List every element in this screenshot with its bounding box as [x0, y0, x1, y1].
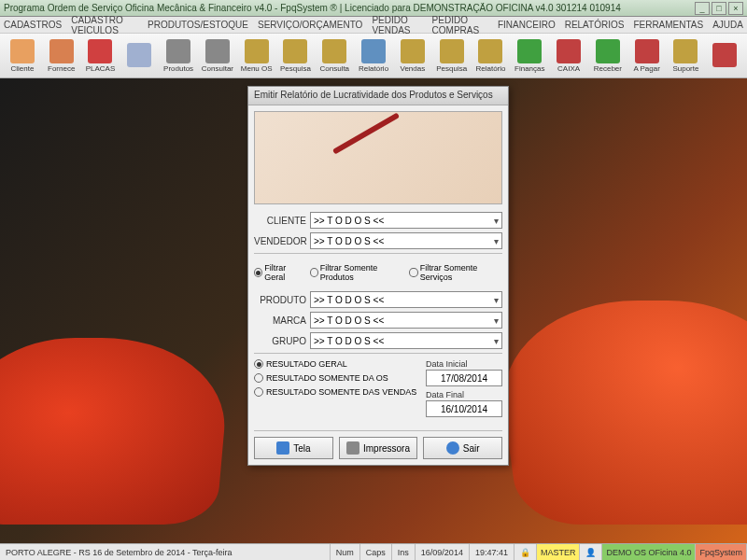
menu-pedido-vendas[interactable]: PEDIDO VENDAS	[372, 15, 422, 35]
toolbar-btn-Relatório[interactable]: Relatório	[355, 35, 392, 77]
label-data-final: Data Final	[426, 390, 502, 399]
toolbar-icon	[478, 39, 502, 63]
menu-servico-orcamento[interactable]: SERVIÇO/ORÇAMENTO	[258, 20, 362, 30]
toolbar-btn-Pesquisa[interactable]: Pesquisa	[277, 35, 315, 77]
report-dialog: Emitir Relatório de Lucratividade dos Pr…	[247, 86, 509, 466]
toolbar-icon	[712, 43, 737, 67]
toolbar-label: Produtos	[163, 64, 193, 73]
toolbar-btn-Vendas[interactable]: Vendas	[394, 35, 431, 77]
toolbar-icon	[401, 39, 425, 63]
toolbar-btn-PLACAS[interactable]: PLACAS	[82, 35, 120, 77]
toolbar-btn-Consulta[interactable]: Consulta	[316, 35, 353, 77]
dialog-header-image	[254, 111, 502, 204]
radio-resultado-geral[interactable]: RESULTADO GERAL	[254, 359, 418, 369]
toolbar-label: Pesquisa	[436, 64, 467, 73]
select-produto[interactable]: >> T O D O S <<	[310, 291, 502, 308]
window-title: Programa Ordem de Serviço Oficina Mecâni…	[4, 3, 695, 13]
toolbar-btn-Suporte[interactable]: Suporte	[668, 35, 705, 77]
toolbar-label: A Pagar	[633, 64, 659, 73]
select-cliente[interactable]: >> T O D O S <<	[310, 212, 502, 229]
status-demo: DEMO OS OFicina 4.0	[602, 544, 696, 560]
status-lock-icon: 🔒	[514, 544, 537, 560]
toolbar-btn-Consultar[interactable]: Consultar	[199, 35, 236, 77]
toolbar-label: Fornece	[48, 64, 75, 73]
button-tela[interactable]: Tela	[254, 437, 333, 459]
toolbar-btn-18[interactable]	[706, 35, 743, 77]
toolbar-label: Relatório	[359, 64, 388, 73]
select-vendedor[interactable]: >> T O D O S <<	[310, 232, 502, 249]
label-marca: MARCA	[254, 315, 310, 326]
dialog-title: Emitir Relatório de Lucratividade dos Pr…	[248, 87, 508, 105]
button-impressora[interactable]: Impressora	[339, 437, 418, 459]
toolbar-label: Cliente	[10, 64, 34, 73]
menu-ferramentas[interactable]: FERRAMENTAS	[633, 20, 703, 30]
statusbar: PORTO ALEGRE - RS 16 de Setembro de 2014…	[0, 543, 747, 560]
toolbar-label: Pesquisa	[280, 64, 311, 73]
radio-resultado-vendas[interactable]: RESULTADO SOMENTE DAS VENDAS	[254, 387, 418, 397]
exit-icon	[446, 441, 459, 455]
radio-filtrar-servicos[interactable]: Filtrar Somente Serviços	[409, 263, 502, 282]
toolbar-btn-Menu OS[interactable]: Menu OS	[238, 35, 275, 77]
toolbar-btn-Pesquisa[interactable]: Pesquisa	[433, 35, 471, 77]
toolbar-icon	[440, 39, 464, 63]
menu-produtos-estoque[interactable]: PRODUTOS/ESTOQUE	[148, 20, 248, 30]
background-car-left	[0, 338, 233, 525]
toolbar-icon	[205, 39, 230, 63]
input-data-final[interactable]	[426, 400, 502, 417]
status-num: Num	[331, 544, 360, 560]
toolbar-label: CAIXA	[557, 64, 580, 73]
printer-icon	[346, 441, 359, 455]
toolbar-btn-Relatório[interactable]: Relatório	[472, 35, 510, 77]
toolbar-icon	[596, 39, 620, 63]
toolbar-btn-Produtos[interactable]: Produtos	[160, 35, 197, 77]
toolbar-label: Consulta	[319, 64, 349, 73]
close-button[interactable]: ×	[728, 2, 743, 15]
toolbar-label: Menu OS	[241, 64, 273, 73]
menu-cadastro-veiculos[interactable]: CADASTRO VEICULOS	[71, 15, 138, 35]
toolbar-btn-Finanças[interactable]: Finanças	[511, 35, 548, 77]
toolbar-icon	[245, 39, 269, 63]
menu-cadastros[interactable]: CADASTROS	[4, 20, 62, 30]
toolbar-icon	[166, 39, 190, 63]
toolbar-label: Finanças	[514, 64, 544, 73]
menu-pedido-compras[interactable]: PEDIDO COMPRAS	[432, 15, 488, 35]
status-fpq: FpqSystem	[696, 544, 747, 560]
select-marca[interactable]: >> T O D O S <<	[310, 312, 502, 329]
label-data-inicial: Data Inicial	[426, 359, 502, 369]
menu-financeiro[interactable]: FINANCEIRO	[498, 20, 556, 30]
toolbar-btn-A Pagar[interactable]: A Pagar	[628, 35, 666, 77]
radio-filtrar-geral[interactable]: Filtrar Geral	[254, 263, 304, 282]
toolbar-btn-3[interactable]	[120, 35, 158, 77]
button-sair[interactable]: Sair	[423, 437, 502, 459]
toolbar-label: Consultar	[202, 64, 233, 73]
input-data-inicial[interactable]	[426, 370, 502, 386]
toolbar-btn-Fornece[interactable]: Fornece	[43, 35, 80, 77]
toolbar-icon	[10, 39, 35, 63]
status-ins: Ins	[392, 544, 416, 560]
toolbar-icon	[322, 39, 346, 63]
select-grupo[interactable]: >> T O D O S <<	[310, 332, 502, 349]
label-cliente: CLIENTE	[254, 216, 310, 226]
toolbar-label: PLACAS	[86, 64, 116, 73]
status-caps: Caps	[360, 544, 392, 560]
toolbar-btn-Receber[interactable]: Receber	[589, 35, 627, 77]
toolbar-btn-CAIXA[interactable]: CAIXA	[550, 35, 587, 77]
status-date: 16/09/2014	[416, 544, 470, 560]
menu-ajuda[interactable]: AJUDA	[712, 20, 743, 30]
label-grupo: GRUPO	[254, 336, 310, 346]
menu-relatorios[interactable]: RELATÓRIOS	[565, 20, 625, 30]
toolbar-icon	[673, 39, 698, 63]
toolbar-label: Receber	[594, 64, 622, 73]
toolbar-icon	[127, 43, 151, 67]
toolbar-label: Suporte	[672, 64, 698, 73]
content-area: Emitir Relatório de Lucratividade dos Pr…	[0, 78, 747, 543]
menubar: CADASTROS CADASTRO VEICULOS PRODUTOS/EST…	[0, 17, 747, 34]
minimize-button[interactable]: _	[695, 2, 710, 15]
maximize-button[interactable]: □	[712, 2, 726, 15]
status-main: PORTO ALEGRE - RS 16 de Setembro de 2014…	[0, 544, 331, 560]
radio-filtrar-produtos[interactable]: Filtrar Somente Produtos	[310, 263, 404, 282]
label-produto: PRODUTO	[254, 295, 310, 305]
toolbar-icon	[517, 39, 542, 63]
radio-resultado-os[interactable]: RESULTADO SOMENTE DA OS	[254, 373, 418, 383]
toolbar-btn-Cliente[interactable]: Cliente	[4, 35, 41, 77]
